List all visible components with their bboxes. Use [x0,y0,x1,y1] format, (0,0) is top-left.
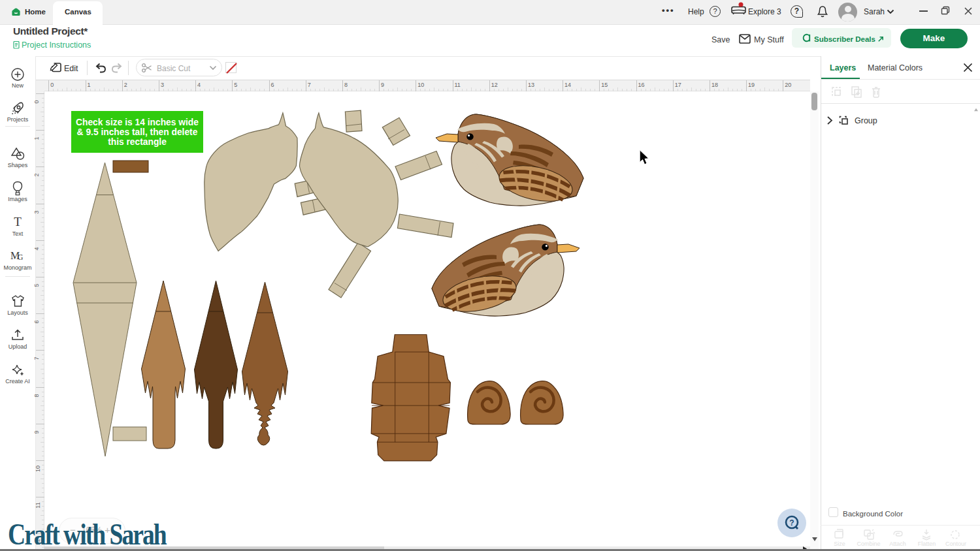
svg-text:Check size is 14 inches wide: Check size is 14 inches wide [76,118,199,127]
svg-text:?: ? [789,518,794,527]
svg-text:G: G [18,253,24,262]
svg-text:T: T [14,215,22,228]
svg-text:this rectangle: this rectangle [108,137,167,147]
svg-text:& 9.5 inches tall, then delete: & 9.5 inches tall, then delete [77,127,198,137]
